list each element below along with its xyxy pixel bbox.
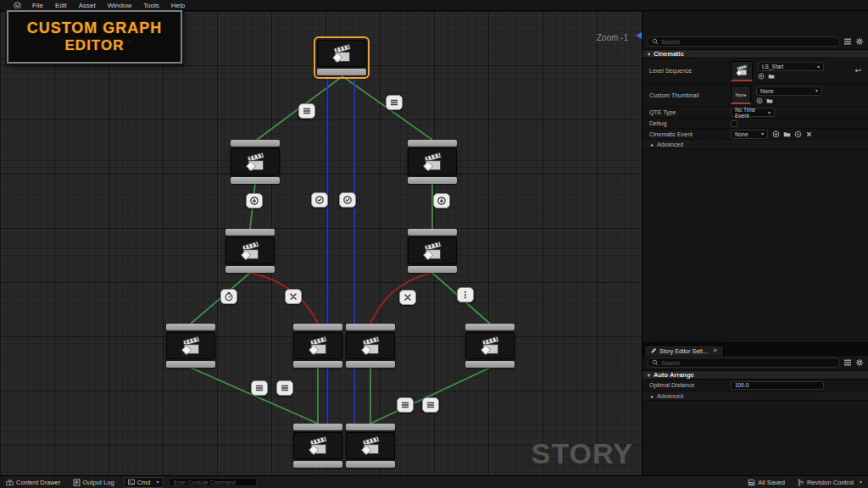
graph-node-branch-center-left[interactable] (293, 324, 342, 368)
dialogue-list-icon[interactable] (422, 397, 439, 413)
search-icon (652, 38, 659, 45)
menu-item-help[interactable]: Help (165, 0, 191, 11)
browse-folder-icon[interactable] (768, 73, 775, 80)
chevron-down-icon: ▾ (761, 131, 764, 136)
graph-node-mid-right[interactable] (408, 229, 457, 273)
cross-icon[interactable] (399, 290, 416, 305)
details-advanced-row[interactable]: ▸ Advanced (643, 140, 868, 149)
enter-circle-icon[interactable] (433, 193, 450, 208)
clear-icon[interactable] (805, 130, 813, 138)
node-output-bar[interactable] (231, 177, 280, 184)
enter-circle-icon[interactable] (246, 193, 263, 208)
graph-canvas[interactable]: Zoom -1 STORY (0, 11, 642, 475)
menu-item-edit[interactable]: Edit (49, 0, 73, 11)
debug-checkbox[interactable] (731, 120, 737, 127)
node-output-bar[interactable] (465, 361, 515, 368)
console-mode-dropdown[interactable]: Cmd ▾ (124, 477, 164, 488)
graph-node-act-right[interactable] (408, 140, 457, 184)
console-command-input[interactable] (169, 478, 257, 486)
browse-folder-icon[interactable] (766, 97, 773, 104)
node-output-bar[interactable] (317, 69, 366, 75)
node-input-bar[interactable] (293, 424, 342, 430)
graph-edge-green[interactable] (191, 368, 318, 424)
target-picker-icon[interactable] (794, 130, 802, 138)
use-selected-asset-icon[interactable] (756, 97, 763, 104)
node-output-bar[interactable] (346, 461, 395, 468)
details-search-box[interactable] (647, 36, 840, 47)
graph-node-mid-left[interactable] (225, 229, 275, 273)
optimal-distance-input[interactable] (731, 381, 824, 390)
custom-thumbnail-dropdown[interactable]: None ▾ (756, 86, 822, 96)
output-log-button[interactable]: Output Log (67, 476, 120, 488)
use-selected-asset-icon[interactable] (758, 73, 765, 80)
all-saved-button[interactable]: All Saved (742, 479, 791, 486)
node-input-bar[interactable] (346, 424, 395, 430)
node-output-bar[interactable] (225, 266, 275, 273)
dialogue-list-icon[interactable] (251, 380, 268, 396)
node-input-bar[interactable] (225, 229, 275, 236)
node-output-bar[interactable] (166, 361, 215, 368)
details-view-options-icon[interactable] (843, 37, 852, 46)
timer-icon[interactable] (220, 289, 237, 304)
tab-close-icon[interactable]: ✕ (713, 347, 718, 354)
cinematic-event-dropdown[interactable]: None ▾ (731, 130, 768, 139)
graph-node-end-right[interactable] (346, 424, 395, 468)
graph-node-branch-center-right[interactable] (346, 324, 395, 368)
choice-icon[interactable] (457, 287, 474, 302)
details-search-input[interactable] (661, 39, 835, 45)
graph-node-branch-far-left[interactable] (166, 324, 215, 368)
node-input-bar[interactable] (166, 324, 215, 330)
clapperboard-icon (231, 148, 280, 175)
unreal-logo-icon[interactable] (14, 2, 21, 9)
node-output-bar[interactable] (408, 266, 457, 273)
level-sequence-thumbnail[interactable] (731, 61, 753, 81)
revision-control-button[interactable]: Revision Control ▾ (791, 479, 868, 486)
custom-thumbnail-preview[interactable]: None (731, 86, 751, 104)
menu-item-tools[interactable]: Tools (137, 0, 165, 11)
qte-type-dropdown[interactable]: No Time Event ▾ (731, 108, 775, 117)
dialogue-list-icon[interactable] (386, 95, 403, 110)
node-output-bar[interactable] (346, 361, 395, 368)
node-output-bar[interactable] (293, 361, 342, 368)
node-output-bar[interactable] (293, 461, 342, 468)
details-settings-gear-icon[interactable] (855, 37, 864, 46)
section-auto-arrange[interactable]: ▾ Auto Arrange (643, 370, 868, 380)
settings-search-box[interactable] (647, 358, 840, 368)
clapperboard-icon (293, 432, 342, 459)
node-input-bar[interactable] (465, 324, 515, 330)
graph-node-branch-far-right[interactable] (465, 324, 515, 368)
settings-search-input[interactable] (661, 360, 835, 366)
level-sequence-dropdown[interactable]: LS_Start ▾ (758, 62, 824, 71)
graph-node-start[interactable] (317, 40, 366, 75)
menu-item-window[interactable]: Window (102, 0, 137, 11)
graph-edge-green[interactable] (370, 368, 490, 424)
dialogue-list-icon[interactable] (397, 397, 414, 413)
node-input-bar[interactable] (408, 229, 457, 236)
settings-view-options-icon[interactable] (843, 358, 852, 367)
section-cinematic[interactable]: ▾ Cinematic (643, 49, 868, 58)
reset-to-default-icon[interactable]: ↩ (854, 67, 861, 75)
row-cinematic-event: Cinematic Event None ▾ (643, 129, 868, 140)
browse-folder-icon[interactable] (783, 130, 791, 138)
tab-story-editor-settings[interactable]: Story Editor Sett... ✕ (644, 345, 724, 356)
menu-item-asset[interactable]: Asset (73, 0, 102, 11)
use-selected-icon[interactable] (772, 130, 780, 138)
settings-gear-icon[interactable] (855, 358, 864, 367)
settings-advanced-row[interactable]: ▸ Advanced (643, 391, 868, 401)
check-circle-icon[interactable] (311, 192, 328, 208)
content-drawer-button[interactable]: Content Drawer (0, 476, 67, 488)
graph-edge-red[interactable] (250, 273, 318, 324)
chevron-down-icon: ▾ (817, 64, 820, 69)
node-input-bar[interactable] (231, 140, 280, 147)
dialogue-list-icon[interactable] (276, 380, 293, 396)
node-input-bar[interactable] (408, 140, 457, 147)
node-input-bar[interactable] (293, 324, 342, 330)
graph-node-end-left[interactable] (293, 424, 342, 468)
node-output-bar[interactable] (408, 177, 457, 184)
cross-icon[interactable] (285, 289, 302, 304)
menu-item-file[interactable]: File (26, 0, 49, 11)
graph-node-act-left[interactable] (231, 140, 280, 184)
check-circle-icon[interactable] (339, 192, 356, 208)
node-input-bar[interactable] (346, 324, 395, 330)
dialogue-list-icon[interactable] (298, 103, 315, 119)
